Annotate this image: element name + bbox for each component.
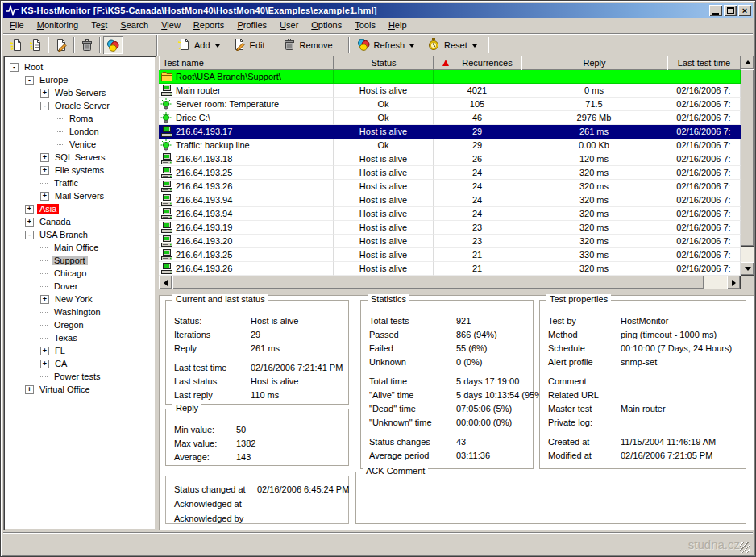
vscroll-thumb[interactable] [741,69,754,247]
scroll-up-button[interactable] [741,56,754,69]
expand-icon[interactable]: + [40,153,49,162]
tree-item-label[interactable]: Mail Servers [52,191,106,201]
table-row[interactable]: Server room: TemperatureOk10571.502/16/2… [159,98,741,111]
tree-item-label[interactable]: Texas [52,333,80,343]
column-header-status[interactable]: Status [334,56,434,70]
tree-item-label[interactable]: Asia [37,204,59,214]
tree-item-label[interactable]: Washington [52,307,103,317]
table-row[interactable]: 216.64.193.94Host is alive24320 ms02/16/… [159,207,741,221]
table-row[interactable]: 216.64.193.25Host is alive21330 ms02/16/… [159,248,741,262]
add-dropdown-button[interactable] [212,36,223,54]
collapse-icon[interactable]: - [10,63,19,72]
tree-item-label[interactable]: London [67,127,102,136]
table-row[interactable]: Main routerHost is alive40210 ms02/16/20… [159,84,741,98]
tree-item-support[interactable]: Support [3,254,156,267]
title-bar[interactable]: KS-HostMonitor [F:\KS5-Canada\HostMon40\… [3,3,753,18]
tree-item-roma[interactable]: Roma [3,112,156,125]
reset-dropdown-button[interactable] [469,36,480,54]
tree-item-label[interactable]: SQL Servers [52,152,108,162]
close-button[interactable]: × [738,5,751,16]
tree-item-texas[interactable]: Texas [3,331,156,344]
expand-icon[interactable]: + [40,347,49,355]
tree-item-label[interactable]: Main Office [52,243,101,252]
resize-grip[interactable] [740,542,750,553]
refresh-button[interactable]: Refresh [352,36,410,54]
tree-item-label[interactable]: CA [52,359,69,368]
column-header-reply[interactable]: Reply [521,56,667,70]
expand-icon[interactable]: + [40,295,49,304]
tree-item-label[interactable]: USA Branch [37,230,90,239]
table-row[interactable]: 216.64.193.17Host is alive29261 ms02/16/… [159,125,741,139]
table-row[interactable]: 216.64.193.19Host is alive23320 ms02/16/… [159,221,741,235]
minimize-button[interactable] [709,5,722,16]
new-list-icon-button[interactable] [26,36,45,54]
menu-reports[interactable]: Reports [187,19,231,32]
menu-search[interactable]: Search [114,19,155,32]
table-row[interactable]: 216.64.193.94Host is alive24320 ms02/16/… [159,193,741,207]
tree-item-mail-servers[interactable]: +Mail Servers [3,189,156,202]
tree-item-label[interactable]: Oracle Server [52,101,112,110]
menu-view[interactable]: View [155,19,187,32]
table-hscrollbar[interactable] [159,276,741,289]
tree-item-root[interactable]: -Root [3,60,156,73]
tree-item-sql-servers[interactable]: +SQL Servers [3,151,156,164]
tree-item-file-systems[interactable]: +File systems [3,164,156,177]
table-row[interactable]: Drice C:\Ok462976 Mb02/16/2006 7: [159,111,741,125]
collapse-icon[interactable]: - [40,102,49,110]
menu-user[interactable]: User [273,19,305,32]
statistics-icon-button[interactable] [103,36,123,54]
expand-icon[interactable]: + [40,166,49,175]
table-vscrollbar[interactable] [741,56,754,276]
tree-item-label[interactable]: Support [52,256,88,265]
tree-item-label[interactable]: Europe [37,75,70,85]
scroll-down-button[interactable] [741,262,754,276]
tree-item-label[interactable]: Venice [67,139,98,149]
expand-icon[interactable]: + [25,385,34,394]
tree-item-label[interactable]: File systems [52,165,106,175]
column-header-last-test-time[interactable]: Last test time [667,56,741,70]
tree-item-label[interactable]: Canada [37,217,73,227]
refresh-dropdown-button[interactable] [406,36,417,54]
menu-options[interactable]: Options [305,19,348,32]
tree-item-label[interactable]: Virtual Office [37,384,93,394]
tree-item-power-tests[interactable]: Power tests [3,370,156,383]
tree-item-virtual-office[interactable]: +Virtual Office [3,383,156,396]
tree-item-label[interactable]: Dover [52,281,80,291]
tree-item-label[interactable]: Roma [67,114,95,123]
table-row[interactable]: Root\USA Branch\Support\ [159,70,741,84]
menu-help[interactable]: Help [382,19,413,32]
collapse-icon[interactable]: - [25,76,34,85]
column-header-recurrences[interactable]: Recurrences [434,56,521,70]
tree-item-traffic[interactable]: Traffic [3,177,156,189]
tree-item-fl[interactable]: +FL [3,344,156,357]
table-row[interactable]: 216.64.193.26Host is alive24320 ms02/16/… [159,180,741,193]
tree-item-washington[interactable]: Washington [3,306,156,318]
reset-button[interactable]: Reset [422,36,472,54]
table-row[interactable]: 216.64.193.25Host is alive24320 ms02/16/… [159,166,741,180]
tree-item-dover[interactable]: Dover [3,280,156,293]
tree-item-web-servers[interactable]: +Web Servers [3,86,156,99]
menu-monitoring[interactable]: Monitoring [31,19,85,32]
tree-item-oregon[interactable]: Oregon [3,318,156,331]
expand-icon[interactable]: + [40,192,49,201]
column-header-test-name[interactable]: Test name [159,56,334,70]
tree-item-label[interactable]: Root [22,62,45,72]
remove-button[interactable]: Remove [278,36,338,54]
tree-item-asia[interactable]: +Asia [3,202,156,215]
menu-test[interactable]: Test [85,19,114,32]
tree-item-venice[interactable]: Venice [3,138,156,151]
maximize-button[interactable] [724,5,737,16]
tree-item-label[interactable]: Power tests [52,372,102,381]
tree-item-usa-branch[interactable]: -USA Branch [3,228,156,241]
tree-item-label[interactable]: Oregon [52,320,86,330]
folder-tree[interactable]: -Root-Europe+Web Servers-Oracle ServerRo… [3,56,156,530]
collapse-icon[interactable]: - [25,231,34,239]
scroll-left-button[interactable] [159,276,172,289]
tree-item-new-york[interactable]: +New York [3,293,156,306]
tree-item-label[interactable]: Chicago [52,268,89,278]
table-row[interactable]: Traffic: backup lineOk290.00 Kb02/16/200… [159,139,741,152]
expand-icon[interactable]: + [25,218,34,227]
menu-profiles[interactable]: Profiles [231,19,273,32]
tree-item-canada[interactable]: +Canada [3,215,156,228]
tree-item-label[interactable]: New York [52,294,94,304]
